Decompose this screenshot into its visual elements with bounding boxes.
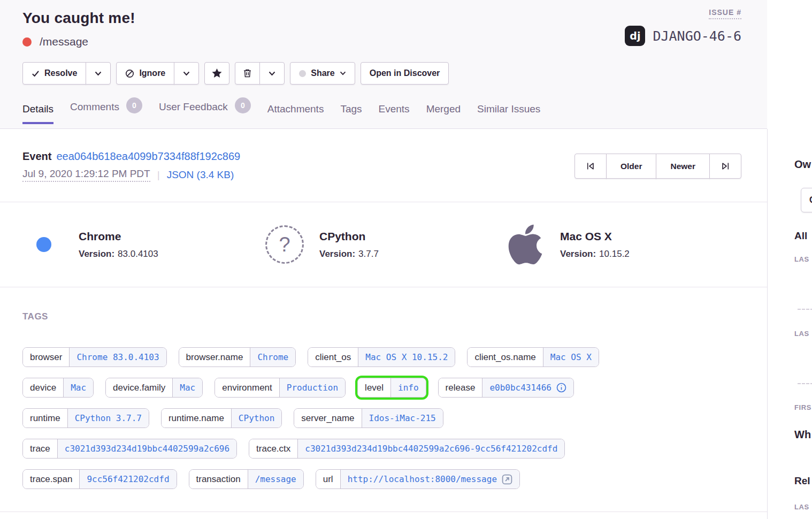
tab-comments[interactable]: Comments0 xyxy=(70,99,142,124)
version-value: 3.7.7 xyxy=(358,249,379,259)
ignore-button[interactable]: Ignore xyxy=(116,62,174,85)
event-pagination: Older Newer xyxy=(574,154,741,202)
tag-pill-trace[interactable]: tracec3021d393d234d19bbc4402599a2c696 xyxy=(22,439,237,459)
ban-icon xyxy=(125,69,134,78)
chrome-icon xyxy=(22,223,65,266)
check-icon xyxy=(32,70,40,78)
delete-dropdown-button[interactable] xyxy=(259,62,285,85)
tag-value: CPython xyxy=(231,409,281,428)
tag-value: Chrome xyxy=(250,348,295,367)
context-text: Mac OS XVersion:10.15.2 xyxy=(560,230,630,260)
tab-merged[interactable]: Merged xyxy=(426,103,461,124)
tag-pill-browser[interactable]: browserChrome 83.0.4103 xyxy=(22,347,167,367)
tag-key: environment xyxy=(215,378,279,397)
tag-rows: browserChrome 83.0.4103browser.nameChrom… xyxy=(22,347,745,489)
context-name: Mac OS X xyxy=(560,230,630,243)
share-button[interactable]: Share xyxy=(290,62,355,85)
tag-key: runtime.name xyxy=(162,409,231,428)
tag-row: trace.span9cc56f421202cdfdtransaction/me… xyxy=(22,469,745,489)
tag-pill-runtime[interactable]: runtimeCPython 3.7.7 xyxy=(22,408,149,428)
tag-pill-runtime.name[interactable]: runtime.nameCPython xyxy=(161,408,282,428)
tag-value-text: Chrome 83.0.4103 xyxy=(76,352,159,362)
context-text: ChromeVersion:83.0.4103 xyxy=(79,230,158,260)
tag-pill-transaction[interactable]: transaction/message xyxy=(189,469,304,489)
tag-row: runtimeCPython 3.7.7runtime.nameCPythons… xyxy=(22,408,745,428)
tag-key: device.family xyxy=(106,378,172,397)
chevron-down-icon xyxy=(183,71,190,76)
tab-label: Merged xyxy=(426,103,461,115)
event-info: Eventeea064b618ea4099b7334f88f192c869 Ju… xyxy=(22,150,240,202)
version-value: 83.0.4103 xyxy=(118,249,158,259)
resolve-button[interactable]: Resolve xyxy=(22,62,86,85)
tag-value: Mac xyxy=(172,378,202,397)
issue-short-id: DJANGO-46-6 xyxy=(653,28,741,44)
tag-value: c3021d393d234d19bbc4402599a2c696 xyxy=(57,439,236,458)
tag-pill-environment[interactable]: environmentProduction xyxy=(215,378,346,398)
tag-row: deviceMacdevice.familyMacenvironmentProd… xyxy=(22,378,745,398)
tag-pill-client_os[interactable]: client_osMac OS X 10.15.2 xyxy=(308,347,455,367)
tab-label: Events xyxy=(379,103,410,115)
tag-key: trace.ctx xyxy=(249,439,297,458)
tab-tags[interactable]: Tags xyxy=(340,103,362,124)
tab-user-feedback[interactable]: User Feedback0 xyxy=(159,99,251,124)
delete-button[interactable] xyxy=(235,62,260,85)
tag-pill-server_name[interactable]: server_nameIdos-iMac-215 xyxy=(294,408,443,428)
tag-pill-device.family[interactable]: device.familyMac xyxy=(105,378,203,398)
tag-pill-trace.span[interactable]: trace.span9cc56f421202cdfd xyxy=(22,469,177,489)
tab-label: User Feedback xyxy=(159,101,228,113)
event-sub-line: Jul 9, 2020 1:29:12 PM PDT | JSON (3.4 K… xyxy=(22,168,240,182)
tag-value-text: Production xyxy=(287,383,338,393)
ignore-dropdown-button[interactable] xyxy=(174,62,199,85)
version-value: 10.15.2 xyxy=(599,249,630,259)
tab-similar-issues[interactable]: Similar Issues xyxy=(477,103,540,124)
tag-value-text: Idos-iMac-215 xyxy=(369,413,436,423)
bookmark-star-button[interactable] xyxy=(204,62,229,85)
tag-pill-trace.ctx[interactable]: trace.ctxc3021d393d234d19bbc4402599a2c69… xyxy=(249,439,565,459)
tag-value: CPython 3.7.7 xyxy=(67,409,149,428)
django-project-icon: dj xyxy=(625,26,645,46)
context-item-mac-os-x: Mac OS XVersion:10.15.2 xyxy=(504,223,745,266)
event-id-link[interactable]: eea064b618ea4099b7334f88f192c869 xyxy=(56,150,240,162)
newer-event-button[interactable]: Newer xyxy=(656,154,710,179)
tag-pill-level[interactable]: levelinfo xyxy=(357,378,426,398)
json-download-link[interactable]: JSON (3.4 KB) xyxy=(167,169,234,181)
tag-key: transaction xyxy=(189,470,248,489)
tag-key: client_os.name xyxy=(468,348,542,367)
tag-value: /message xyxy=(248,470,303,489)
context-icon-wrap xyxy=(263,223,306,266)
tag-value: Mac OS X 10.15.2 xyxy=(358,348,455,367)
version-label: Version: xyxy=(79,249,114,259)
ignore-button-group: Ignore xyxy=(116,62,199,85)
older-event-button[interactable]: Older xyxy=(606,154,656,179)
context-text: CPythonVersion:3.7.7 xyxy=(319,230,379,260)
info-circle-icon xyxy=(556,383,566,393)
issue-header: You caught me! /message ISSUE # dj DJANG… xyxy=(0,0,767,129)
event-toolbar: Eventeea064b618ea4099b7334f88f192c869 Ju… xyxy=(0,129,767,202)
tag-pill-url[interactable]: urlhttp://localhost:8000/message xyxy=(316,469,520,489)
tag-pill-client_os.name[interactable]: client_os.nameMac OS X xyxy=(467,347,599,367)
open-in-discover-button[interactable]: Open in Discover xyxy=(361,62,449,85)
context-version: Version:83.0.4103 xyxy=(79,249,158,260)
tag-key: trace.span xyxy=(23,470,79,489)
tag-pill-release[interactable]: releasee0b0bc431466 xyxy=(438,378,574,398)
tag-value: Mac xyxy=(63,378,93,397)
context-version: Version:10.15.2 xyxy=(560,249,630,260)
tag-value-text: Mac xyxy=(71,383,86,393)
oldest-event-button[interactable] xyxy=(574,154,607,179)
tab-attachments[interactable]: Attachments xyxy=(267,103,324,124)
context-name: CPython xyxy=(319,230,379,243)
context-item-chrome: ChromeVersion:83.0.4103 xyxy=(22,223,263,266)
tab-events[interactable]: Events xyxy=(379,103,410,124)
tag-key: browser xyxy=(23,348,69,367)
trash-icon xyxy=(243,68,252,78)
tag-pill-device[interactable]: deviceMac xyxy=(22,378,94,398)
sidebar-assignee-button[interactable]: C xyxy=(801,188,812,212)
culprit: /message xyxy=(40,35,88,48)
newest-event-button[interactable] xyxy=(709,154,741,179)
resolve-dropdown-button[interactable] xyxy=(86,62,111,85)
tab-details[interactable]: Details xyxy=(22,103,53,124)
right-sidebar: Ow C All LAS LAS FIRS Wh Rel LAS xyxy=(767,129,812,519)
tab-label: Details xyxy=(22,103,53,115)
tag-pill-browser.name[interactable]: browser.nameChrome xyxy=(179,347,296,367)
sidebar-release-label: Rel xyxy=(794,475,810,487)
